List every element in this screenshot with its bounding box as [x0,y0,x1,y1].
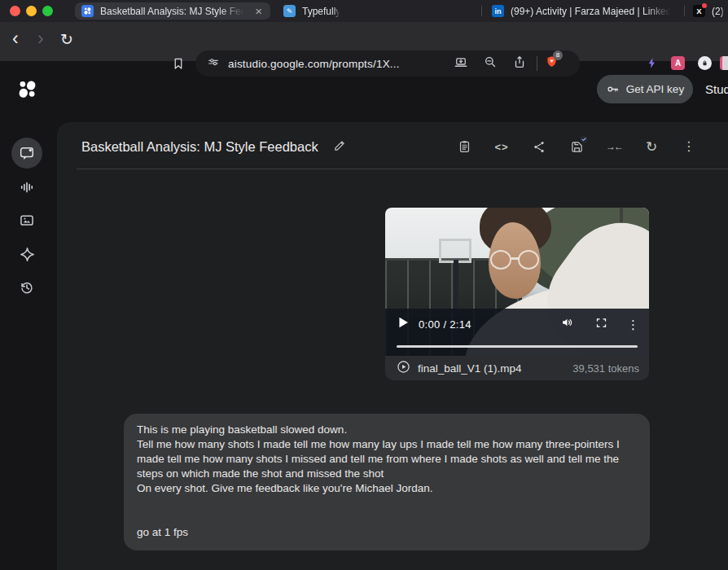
sidebar-item-build[interactable] [11,239,42,270]
aistudio-favicon-icon [81,5,94,17]
browser-window: Basketball Analysis: MJ Style Feedback ×… [0,0,728,570]
url-bar[interactable]: aistudio.google.com/prompts/1X... 8 [195,50,580,77]
notification-dot [702,3,707,8]
tab-aistudio[interactable]: Basketball Analysis: MJ Style Feedback × [75,2,270,20]
x-favicon-icon: X [693,5,705,17]
url-text[interactable]: aistudio.google.com/prompts/1X... [228,58,446,70]
close-tab-icon[interactable]: × [253,5,264,17]
typefully-favicon-icon: ✎ [283,5,296,17]
tab-separator [684,6,685,16]
media-bubble-icon [19,213,35,229]
share-prompt-icon[interactable] [531,138,547,156]
title-divider [77,169,728,169]
get-api-key-button[interactable]: Get API key [597,75,693,103]
tab-linkedin[interactable]: in (99+) Activity | Farza Majeed | Linke… [485,2,681,20]
linkedin-favicon-icon: in [492,5,504,17]
prompt-toolbar: <> →← ↻ ⋮ [456,134,697,160]
tab-title: Typefully [302,6,340,17]
get-api-key-label: Get API key [626,83,684,95]
pill-separator [537,56,537,71]
sidebar-item-chat[interactable] [11,138,42,169]
reload-icon[interactable]: ↻ [60,32,73,47]
brave-shield-icon[interactable]: 8 [545,55,559,72]
token-count: 39,531 tokens [572,362,639,375]
bookmark-icon[interactable] [171,56,186,74]
spark-icon [19,246,36,263]
volume-icon[interactable] [560,316,574,332]
prompt-text: This is me playing basketball slowed dow… [137,423,637,540]
browser-toolbar: ‹ › ↻ aistudio.google.com/prompts/1X... [0,22,728,61]
video-controls: 0:00 / 2:14 ⋮ [385,309,649,356]
tune-icon[interactable] [207,55,220,72]
waveform-icon [19,179,35,195]
fullscreen-icon[interactable] [595,317,607,332]
video-player[interactable]: 0:00 / 2:14 ⋮ [385,208,649,356]
back-icon[interactable]: ‹ [12,29,19,48]
key-icon [606,82,620,96]
tab-title: Basketball Analysis: MJ Style Feedback [100,6,247,17]
studio-label: Studio [705,82,728,96]
glasses-icon [490,250,511,270]
lightning-extension-icon[interactable] [646,56,658,73]
video-file-chip[interactable]: final_ball_V1 (1).mp4 39,531 tokens [385,356,649,380]
history-icon [19,279,35,296]
sidebar-item-generate-media[interactable] [11,205,42,236]
edit-title-icon[interactable] [333,138,347,156]
page-title: Basketball Analysis: MJ Style Feedback [81,139,318,155]
tab-title: (2) [712,6,724,17]
macos-close-button[interactable] [10,6,20,16]
video-filename: final_ball_V1 (1).mp4 [418,362,565,375]
prompt-panel: Basketball Analysis: MJ Style Feedback <… [57,122,728,570]
video-seek-bar[interactable] [397,345,638,349]
clipped-extension-icon[interactable] [720,56,728,70]
forward-icon[interactable]: › [37,29,44,48]
video-menu-icon[interactable]: ⋮ [627,318,639,331]
translate-extension-icon[interactable]: A [671,56,685,70]
get-code-icon[interactable]: <> [493,138,510,156]
tab-typefully[interactable]: ✎ Typefully [277,2,477,20]
reset-icon[interactable]: ↻ [643,138,660,156]
system-instructions-icon[interactable] [456,138,472,156]
password-manager-extension-icon[interactable] [698,56,712,70]
shield-count-badge: 8 [553,50,563,60]
chat-prompt-icon [19,145,35,161]
more-options-icon[interactable]: ⋮ [681,138,697,156]
macos-zoom-button[interactable] [42,6,53,16]
sidebar-item-history[interactable] [11,272,42,303]
zoom-out-icon[interactable] [483,55,498,72]
sidebar-item-stream[interactable] [11,172,42,203]
save-icon[interactable] [568,138,585,156]
video-time: 0:00 / 2:14 [419,318,471,331]
tab-x[interactable]: X (2) [688,2,728,20]
aistudio-logo-icon[interactable] [16,78,38,103]
play-circle-icon [397,360,410,377]
share-icon[interactable] [512,55,527,72]
tab-title: (99+) Activity | Farza Majeed | LinkedIn [511,6,674,17]
save-for-later-icon[interactable] [454,55,468,72]
tab-bar: Basketball Analysis: MJ Style Feedback ×… [0,0,728,22]
macos-minimize-button[interactable] [26,6,37,16]
compare-icon[interactable]: →← [606,138,622,156]
play-icon[interactable] [398,317,409,331]
tab-separator [481,6,482,16]
user-prompt-bubble[interactable]: This is me playing basketball slowed dow… [124,414,650,550]
